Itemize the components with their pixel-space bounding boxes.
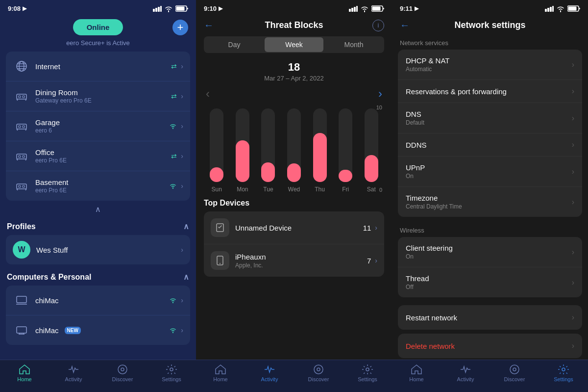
nav-home-label-2: Home [213, 376, 227, 382]
profiles-label: Profiles [7, 222, 36, 231]
basement-name: Basement [35, 178, 169, 186]
info-button[interactable]: i [372, 20, 384, 31]
tab-week[interactable]: Week [265, 37, 323, 52]
nav-discover-3[interactable]: Discover [500, 364, 529, 382]
back-button-2[interactable]: ← [204, 20, 214, 31]
bar-sat-label: Sat [367, 186, 376, 193]
nav-home-label-3: Home [409, 376, 423, 382]
discover-icon-2 [313, 364, 324, 375]
delete-network-button[interactable]: Delete network › [398, 334, 582, 358]
settings-item-thread[interactable]: Thread Off › [398, 267, 582, 297]
status-bar-3: 9:11 ▶ [392, 0, 588, 15]
internet-right: ⇄ › [171, 62, 183, 70]
wireless-label: Wireless [392, 225, 588, 237]
chimac1-right: › [169, 296, 183, 304]
comp-item-chimac1[interactable]: chiMac › [6, 286, 190, 315]
device-item-garage[interactable]: Garage eero 6 › [6, 111, 190, 141]
collapse-icon: ∧ [95, 205, 101, 214]
ipheauxn-info: iPheauxn Apple, Inc. [229, 253, 367, 269]
settings-item-client-steering[interactable]: Client steering On › [398, 237, 582, 267]
garage-sub: eero 6 [35, 127, 169, 134]
nav-settings-2[interactable]: Settings [353, 364, 382, 382]
chimac1-info: chiMac [30, 296, 169, 305]
settings-item-timezone[interactable]: Timezone Central Daylight Time › [398, 187, 582, 217]
tab-month[interactable]: Month [324, 37, 383, 52]
ipheauxn-chevron: › [375, 257, 377, 264]
nav-settings-3[interactable]: Settings [549, 364, 578, 382]
settings-item-upnp[interactable]: UPnP On › [398, 157, 582, 187]
device-item-basement[interactable]: Basement eero Pro 6E › [6, 171, 190, 201]
office-chevron: › [181, 152, 183, 160]
svg-rect-26 [17, 184, 26, 189]
thread-chevron: › [572, 278, 574, 287]
wifi-icon-3 [556, 5, 565, 12]
collapse-button[interactable]: ∧ [0, 201, 196, 218]
nav-home-1[interactable]: Home [10, 364, 39, 382]
settings-item-ddns[interactable]: DDNS › [398, 133, 582, 157]
bar-thu-container [313, 108, 327, 182]
chart-prev-button[interactable]: ‹ [202, 85, 214, 103]
restart-network-button[interactable]: Restart network › [398, 305, 582, 330]
status-left-1: 9:08 ▶ [8, 5, 26, 12]
nav-home-3[interactable]: Home [402, 364, 431, 382]
add-button[interactable]: + [172, 20, 188, 35]
svg-rect-33 [17, 327, 26, 333]
nav-activity-2[interactable]: Activity [255, 364, 284, 382]
thread-name: Thread [406, 274, 572, 283]
bar-sun-fill [210, 167, 223, 182]
bar-sat: Sat [358, 108, 384, 193]
svg-rect-23 [23, 156, 24, 157]
bar-sun-label: Sun [212, 186, 222, 193]
computers-collapse-icon: ∧ [183, 272, 189, 282]
bar-wed-bg [287, 108, 301, 182]
settings-item-dhcp[interactable]: DHCP & NAT Automatic › [398, 50, 582, 80]
online-button[interactable]: Online [73, 19, 123, 35]
nav-activity-1[interactable]: Activity [59, 364, 88, 382]
nav-discover-2[interactable]: Discover [304, 364, 333, 382]
svg-rect-42 [354, 7, 356, 12]
svg-rect-54 [550, 7, 552, 12]
delete-label: Delete network [406, 342, 572, 350]
settings-item-reservations[interactable]: Reservations & port forwarding › [398, 80, 582, 103]
svg-rect-41 [351, 8, 353, 12]
p1-header: Online + [0, 15, 196, 37]
panel-network-settings: 9:11 ▶ ← Network settings [392, 0, 588, 392]
unnamed-info: Unnamed Device [229, 224, 363, 232]
device-card-unnamed[interactable]: Unnamed Device 11 › [204, 211, 384, 244]
activity-icon-1 [68, 364, 79, 375]
garage-name: Garage [35, 118, 169, 127]
nav-activity-3[interactable]: Activity [451, 364, 480, 382]
svg-rect-27 [19, 185, 21, 187]
ddns-info: DDNS [406, 141, 572, 149]
bar-tue-fill [261, 162, 275, 182]
nav-discover-label-2: Discover [308, 376, 329, 382]
restart-label: Restart network [406, 314, 572, 322]
svg-rect-22 [19, 156, 21, 157]
back-button-3[interactable]: ← [400, 20, 410, 31]
dns-chevron: › [572, 114, 574, 123]
tab-day[interactable]: Day [205, 37, 264, 52]
device-item-dining[interactable]: Dining Room Gateway eero Pro 6E ⇄ › [6, 81, 190, 111]
device-list: Internet ⇄ › Dining Room Gateway eero Pr… [6, 52, 190, 201]
device-item-office[interactable]: Office eero Pro 6E ⇄ › [6, 141, 190, 171]
ipheauxn-icon [211, 251, 229, 270]
settings-item-dns[interactable]: DNS Default › [398, 103, 582, 133]
signal-icon-1 [153, 6, 162, 12]
nav-discover-1[interactable]: Discover [108, 364, 137, 382]
device-item-internet[interactable]: Internet ⇄ › [6, 52, 190, 81]
profile-item-wes[interactable]: W Wes Stuff › [6, 235, 190, 264]
nav-home-2[interactable]: Home [206, 364, 235, 382]
svg-rect-2 [158, 7, 160, 12]
bar-mon-fill [236, 140, 249, 182]
profile-avatar-wes: W [13, 241, 30, 259]
nav-settings-1[interactable]: Settings [157, 364, 186, 382]
bottom-nav-3: Home Activity Discover Settings [392, 360, 588, 392]
comp-item-chimac2[interactable]: chiMac NEW › [6, 315, 190, 345]
profile-name-wes: Wes Stuff [30, 246, 181, 254]
svg-rect-45 [372, 7, 381, 11]
chart-next-button[interactable]: › [374, 85, 386, 103]
nav-home-label-1: Home [17, 376, 31, 382]
svg-rect-52 [545, 9, 547, 12]
device-card-ipheauxn[interactable]: iPheauxn Apple, Inc. 7 › [204, 244, 384, 277]
chart-header: 18 Mar 27 – Apr 2, 2022 [196, 59, 392, 83]
